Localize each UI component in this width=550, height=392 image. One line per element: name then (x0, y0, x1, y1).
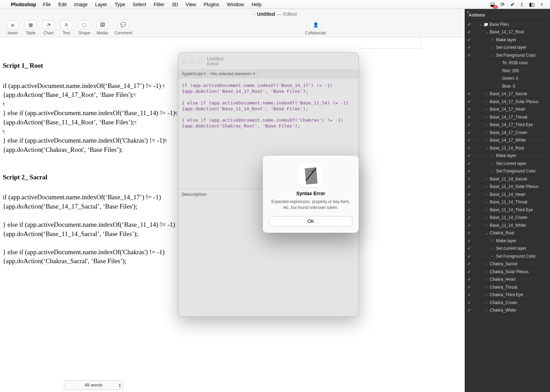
chevron-down-icon[interactable]: ⌄ (486, 30, 490, 34)
chevron-down-icon[interactable]: ⌄ (486, 146, 490, 150)
action-enabled-check[interactable]: ✓ (466, 115, 472, 120)
dropbox-icon[interactable]: ⬓ (490, 1, 495, 8)
action-row[interactable]: ✓⌄Base Files (465, 21, 550, 29)
action-enabled-check[interactable]: ✓ (466, 208, 472, 212)
action-enabled-check[interactable]: ✓ (466, 269, 472, 274)
minimize-icon[interactable] (190, 59, 195, 64)
chevron-right-icon[interactable]: › (486, 270, 490, 273)
action-row[interactable]: ✓›Chakra_Crown (465, 299, 550, 307)
chevron-down-icon[interactable]: ⌄ (480, 22, 484, 26)
action-enabled-check[interactable]: ✓ (466, 30, 472, 34)
action-row[interactable]: ✓›Make layer (465, 152, 550, 160)
chevron-right-icon[interactable]: › (486, 123, 490, 127)
action-enabled-check[interactable]: ✓ (466, 246, 472, 251)
menu-select[interactable]: Select (133, 2, 146, 7)
action-row[interactable]: ✓›Chakra_Throat (465, 283, 550, 291)
action-row[interactable]: ✓›Chakra_White (465, 307, 550, 315)
chevron-down-icon[interactable]: ⌄ (486, 231, 490, 235)
chevron-right-icon[interactable]: › (486, 92, 490, 96)
action-row[interactable]: ✓›Base_11_14_Throat (465, 199, 550, 206)
action-row[interactable]: Red: 255 (465, 67, 550, 75)
action-row[interactable]: ✓›Base_11_14_Crown (465, 214, 550, 222)
chevron-right-icon[interactable]: › (486, 309, 490, 312)
action-enabled-check[interactable]: ✓ (466, 122, 472, 127)
action-row[interactable]: ✓›Make layer (465, 237, 550, 245)
action-enabled-check[interactable]: ✓ (466, 184, 472, 189)
action-row[interactable]: ✓›Base_14_17_Solar Plexus (465, 98, 550, 106)
action-row[interactable]: ✓⌄Base_14_17_Root (465, 29, 550, 36)
menu-3d[interactable]: 3D (172, 2, 178, 7)
chevron-right-icon[interactable]: › (486, 100, 490, 103)
action-enabled-check[interactable]: ✓ (466, 192, 472, 197)
wifi-icon[interactable]: ᯤ (540, 1, 545, 7)
menu-type[interactable]: Type (115, 2, 125, 7)
chevron-right-icon[interactable]: › (486, 278, 490, 281)
ok-button[interactable]: OK (269, 216, 352, 226)
action-row[interactable]: ✓›Chakra_Heart (465, 276, 550, 284)
action-row[interactable]: ✓›Chakra_Sacral (465, 260, 550, 268)
actions-tab[interactable]: Actions (465, 9, 550, 21)
action-enabled-check[interactable]: ✓ (466, 200, 472, 204)
panel-close-icon[interactable]: ✕ (466, 10, 469, 14)
action-enabled-check[interactable]: ✓ (466, 99, 472, 104)
action-enabled-check[interactable]: ✓ (466, 300, 472, 305)
chevron-right-icon[interactable]: › (486, 285, 490, 289)
action-row[interactable]: ✓›Make layer (465, 36, 550, 44)
language-selector[interactable]: AppleScript ⇵ (180, 70, 208, 78)
collaborate-button[interactable]: 👤 (310, 20, 321, 29)
word-count[interactable]: 49 words ▴▾ (64, 380, 123, 390)
stepper-icon[interactable]: ▴▾ (119, 383, 121, 388)
sync-icon[interactable]: ✔ (510, 1, 515, 8)
table-button[interactable]: ▦ (25, 20, 36, 29)
chevron-right-icon[interactable]: › (492, 254, 496, 258)
chevron-right-icon[interactable]: › (486, 177, 490, 181)
chevron-right-icon[interactable]: › (486, 262, 490, 266)
action-enabled-check[interactable]: ✓ (466, 22, 472, 27)
action-enabled-check[interactable]: ✓ (466, 138, 472, 143)
action-row[interactable]: ✓›Base_11_14_Sacral (465, 175, 550, 183)
shape-button[interactable]: ▢ (78, 20, 90, 29)
action-row[interactable]: To: RGB color (465, 59, 550, 67)
action-enabled-check[interactable]: ✓ (466, 45, 472, 50)
action-enabled-check[interactable]: ✓ (466, 231, 472, 235)
chevron-right-icon[interactable]: › (486, 216, 490, 220)
chevron-right-icon[interactable]: › (486, 223, 490, 227)
action-enabled-check[interactable]: ✓ (466, 254, 472, 259)
action-row[interactable]: ✓›Base_14_17_Sacral (465, 90, 550, 98)
chevron-right-icon[interactable]: › (486, 185, 490, 189)
chevron-right-icon[interactable]: › (492, 38, 496, 42)
chevron-right-icon[interactable]: › (492, 154, 496, 158)
action-row[interactable]: ✓›Base_11_14_White (465, 222, 550, 229)
action-enabled-check[interactable]: ✓ (466, 277, 472, 282)
chevron-right-icon[interactable]: › (492, 247, 496, 250)
menu-layer[interactable]: Layer (95, 2, 107, 7)
chevron-right-icon[interactable]: › (492, 239, 496, 243)
action-row[interactable]: ✓›Base_11_14_Heart (465, 191, 550, 199)
action-enabled-check[interactable]: ✓ (466, 91, 472, 96)
action-row[interactable]: ✓›Base_11_14_Third Eye (465, 206, 550, 214)
text-button[interactable]: A (60, 20, 72, 29)
action-row[interactable]: ✓⌄Chakra_Root (465, 229, 550, 237)
chevron-right-icon[interactable]: › (486, 293, 490, 297)
action-enabled-check[interactable]: ✓ (466, 53, 472, 58)
chevron-right-icon[interactable]: › (486, 200, 490, 204)
action-enabled-check[interactable]: ✓ (466, 161, 472, 166)
action-enabled-check[interactable]: ✓ (466, 37, 472, 42)
action-row[interactable]: ✓⌄Base_11_14_Root (465, 144, 550, 152)
chevron-right-icon[interactable]: › (486, 138, 490, 142)
action-enabled-check[interactable]: ✓ (466, 177, 472, 181)
menu-image[interactable]: Image (74, 2, 88, 7)
creative-cloud-icon[interactable]: ⟳ (500, 1, 505, 8)
action-row[interactable]: ✓›Set current layer (465, 44, 550, 52)
menu-view[interactable]: View (186, 2, 196, 7)
comment-button[interactable]: 💬 (118, 20, 129, 29)
action-row[interactable]: ✓›Base_11_14_Solar Plexus (465, 183, 550, 191)
menu-edit[interactable]: Edit (58, 2, 67, 7)
menu-filter[interactable]: Filter (154, 2, 164, 7)
action-enabled-check[interactable]: ✓ (466, 308, 472, 313)
action-row[interactable]: ✓›Set Foreground Color (465, 168, 550, 176)
script-editor-titlebar[interactable]: Untitled Edited (178, 53, 359, 70)
chart-button[interactable]: ◔ (43, 20, 54, 29)
action-enabled-check[interactable]: ✓ (466, 153, 472, 158)
chevron-right-icon[interactable]: › (492, 46, 496, 49)
